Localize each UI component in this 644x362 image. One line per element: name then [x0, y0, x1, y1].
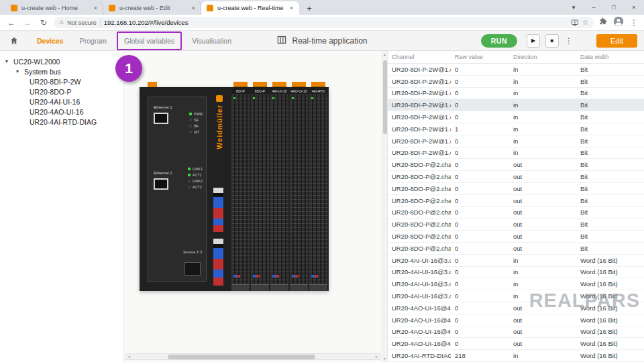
- table-row[interactable]: UR20-4AO-UI-16@4... 0 out Word (16 Bit): [388, 302, 644, 314]
- nav-tab[interactable]: Devices: [31, 33, 70, 49]
- device-image[interactable]: Ethernet 1 PWR SF: [140, 82, 329, 291]
- forward-button[interactable]: →: [21, 17, 34, 29]
- scroll-up-icon[interactable]: ▲: [383, 52, 386, 56]
- column-header[interactable]: Data width: [576, 54, 644, 60]
- table-row[interactable]: UR20-8DI-P-2W@1.c... 1 in Bit: [388, 123, 644, 135]
- caret-down-icon[interactable]: ▾: [16, 68, 21, 74]
- tab-close-icon[interactable]: ×: [93, 5, 98, 11]
- scrollbar-thumb[interactable]: [168, 355, 315, 359]
- table-row[interactable]: UR20-8DO-P@2.chan... 0 out Bit: [388, 219, 644, 231]
- cell-direction: in: [509, 66, 576, 73]
- table-row[interactable]: UR20-4AI-UI-16@3.c... 0 in Word (16 Bit): [388, 290, 644, 302]
- overflow-menu-icon[interactable]: ⋮: [564, 36, 574, 46]
- table-row[interactable]: UR20-8DI-P-2W@1.c... 0 in Bit: [388, 88, 644, 100]
- cell-direction: out: [509, 233, 576, 240]
- stop-button[interactable]: ■: [545, 34, 559, 48]
- home-button[interactable]: [7, 34, 21, 48]
- scroll-down-icon[interactable]: ▼: [383, 357, 386, 361]
- browser-menu-icon[interactable]: ⋮: [629, 18, 639, 27]
- tree-node-controller[interactable]: ▾ UC20-WL2000: [0, 56, 123, 66]
- column-header[interactable]: Channel: [388, 54, 451, 60]
- table-row[interactable]: UR20-4AI-UI-16@3.c... 0 in Word (16 Bit): [388, 267, 644, 279]
- nav-tab[interactable]: Visualisation: [186, 33, 237, 49]
- io-module[interactable]: 8DI-P: [231, 87, 250, 291]
- window-controls: ▾ – □ ×: [564, 0, 644, 15]
- tree-node-module[interactable]: UR20-4AO-UI-16: [0, 107, 123, 117]
- close-window-button[interactable]: ×: [624, 0, 644, 15]
- table-row[interactable]: UR20-4AI-UI-16@3.c... 0 in Word (16 Bit): [388, 255, 644, 267]
- table-row[interactable]: UR20-8DI-P-2W@1.c... 0 in Bit: [388, 135, 644, 147]
- run-button[interactable]: RUN: [481, 34, 517, 48]
- led-dot: [188, 180, 191, 182]
- tab-close-icon[interactable]: ×: [289, 5, 294, 11]
- extensions-icon[interactable]: [599, 17, 608, 29]
- io-module[interactable]: 4AI-RTD: [309, 87, 327, 291]
- table-row[interactable]: UR20-8DI-P-2W@1.c... 0 in Bit: [388, 76, 644, 88]
- tree-node-module[interactable]: UR20-8DI-P-2W: [0, 76, 123, 86]
- device-canvas[interactable]: Ethernet 1 PWR SF: [124, 51, 382, 362]
- tab-title: u-create web - Home: [21, 5, 89, 11]
- cell-direction: in: [509, 292, 576, 300]
- vertical-scrollbar[interactable]: ▲ ▼: [382, 51, 388, 362]
- plc-controller[interactable]: Ethernet 1 PWR SF: [140, 87, 231, 291]
- tree-node-module[interactable]: UR20-4AI-UI-16: [0, 97, 123, 107]
- table-row[interactable]: UR20-8DO-P@2.chan... 0 out Bit: [388, 243, 644, 255]
- minimize-button[interactable]: –: [584, 0, 604, 15]
- cell-direction: in: [509, 78, 576, 85]
- table-row[interactable]: UR20-4AO-UI-16@4... 0 out Word (16 Bit): [388, 338, 644, 350]
- edit-button[interactable]: Edit: [596, 34, 637, 48]
- cell-data-width: Bit: [576, 197, 644, 204]
- tab-search-icon[interactable]: ▾: [564, 0, 584, 15]
- tree-node-module[interactable]: UR20-8DO-P: [0, 86, 123, 97]
- play-button[interactable]: ▶: [527, 34, 540, 48]
- table-row[interactable]: UR20-8DO-P@2.chan... 0 out Bit: [388, 231, 644, 243]
- table-row[interactable]: UR20-8DO-P@2.chan... 0 out Bit: [388, 195, 644, 207]
- address-bar[interactable]: ⚠ Not secure 192.168.10.202/#/live/devic…: [54, 17, 594, 28]
- table-row[interactable]: UR20-4AO-UI-16@4... 0 out Word (16 Bit): [388, 326, 644, 339]
- scrollbar-thumb[interactable]: [383, 60, 387, 134]
- table-row[interactable]: UR20-8DI-P-2W@1.c... 0 in Bit: [388, 99, 644, 111]
- caret-down-icon[interactable]: ▾: [5, 58, 11, 64]
- module-foot: [290, 284, 308, 291]
- io-module[interactable]: 4AO-UI-16: [290, 87, 308, 291]
- table-row[interactable]: UR20-8DI-P-2W@1.c... 0 in Bit: [388, 64, 644, 76]
- browser-tab[interactable]: u-create web - Real-time applica ×: [201, 1, 299, 15]
- nav-tab[interactable]: Global variables: [117, 32, 182, 50]
- app-actions: RUN ▶ ■ ⋮ Edit: [481, 31, 637, 50]
- table-row[interactable]: UR20-8DI-P-2W@1.c... 0 in Bit: [388, 111, 644, 123]
- table-row[interactable]: UR20-4AO-UI-16@4... 0 out Word (16 Bit): [388, 314, 644, 326]
- back-button[interactable]: ←: [5, 17, 17, 29]
- tree-node-module[interactable]: UR20-4AI-RTD-DIAG: [0, 117, 123, 127]
- nav-tab[interactable]: Program: [74, 33, 113, 49]
- weidmueller-logo: [216, 95, 223, 102]
- scroll-left-icon[interactable]: ◄: [127, 355, 131, 359]
- column-header[interactable]: Raw value: [451, 54, 509, 60]
- module-foot: [251, 284, 269, 291]
- table-row[interactable]: UR20-8DI-P-2W@1.c... 0 in Bit: [388, 147, 644, 160]
- browser-tab[interactable]: u-create web - Home ×: [5, 1, 103, 15]
- horizontal-scrollbar[interactable]: ◄ ►: [125, 353, 380, 360]
- table-row[interactable]: UR20-8DO-P@2.chan... 0 out Bit: [388, 159, 644, 171]
- cell-raw-value: 0: [451, 304, 509, 312]
- install-app-icon[interactable]: [571, 19, 579, 27]
- table-row[interactable]: UR20-4AI-RTD-DIAG... 218 in Word (16 Bit…: [388, 350, 644, 362]
- table-row[interactable]: UR20-8DO-P@2.chan... 0 out Bit: [388, 207, 644, 219]
- new-tab-button[interactable]: +: [303, 2, 315, 14]
- reload-button[interactable]: ↻: [38, 17, 50, 29]
- table-row[interactable]: UR20-8DO-P@2.chan... 0 out Bit: [388, 171, 644, 183]
- io-module[interactable]: 8DO-P: [251, 87, 269, 291]
- tree-node-system-bus[interactable]: ▾ System bus: [0, 66, 123, 76]
- io-module[interactable]: 4AI-UI-16: [270, 87, 288, 291]
- led-label: BF: [194, 124, 199, 128]
- browser-tab[interactable]: u-create web - Edit ×: [103, 1, 201, 15]
- module-connector-cap: [272, 82, 287, 87]
- table-row[interactable]: UR20-4AI-UI-16@3.c... 0 in Word (16 Bit): [388, 278, 644, 290]
- bookmark-star-icon[interactable]: ☆: [582, 19, 588, 26]
- table-row[interactable]: UR20-8DO-P@2.chan... 0 out Bit: [388, 183, 644, 195]
- column-header[interactable]: Direction: [509, 54, 576, 60]
- tab-close-icon[interactable]: ×: [191, 5, 196, 11]
- module-foot: [270, 284, 288, 291]
- maximize-button[interactable]: □: [604, 0, 624, 15]
- avatar[interactable]: [613, 16, 624, 29]
- scroll-right-icon[interactable]: ►: [375, 355, 378, 359]
